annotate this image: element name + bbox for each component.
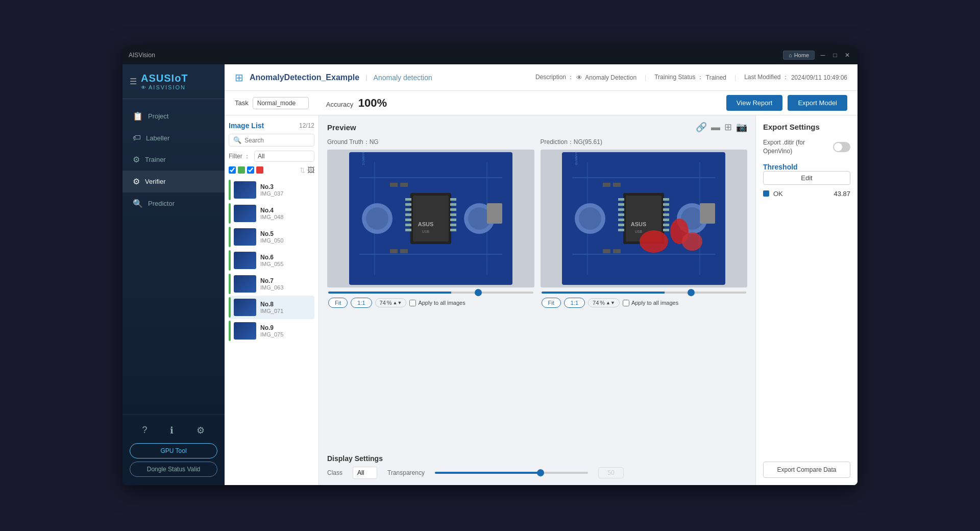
export-compare-button[interactable]: Export Compare Data	[763, 462, 850, 478]
hamburger-icon[interactable]: ☰	[130, 77, 137, 86]
svg-rect-59	[663, 229, 669, 231]
item-name: IMG_075	[260, 331, 312, 337]
right-zoom-unit: %	[600, 300, 605, 306]
search-input[interactable]	[244, 137, 310, 144]
list-item[interactable]: No.5 IMG_050	[229, 225, 314, 249]
task-select[interactable]: Normal_mode	[253, 97, 309, 109]
export-model-button[interactable]: Export Model	[788, 95, 847, 111]
left-zoom-slider[interactable]	[328, 292, 533, 294]
sidebar-item-verifier[interactable]: ⚙ Verifier	[122, 171, 225, 192]
list-item[interactable]: No.8 IMG_071	[229, 296, 314, 319]
svg-rect-15	[405, 213, 411, 216]
close-button[interactable]: ✕	[843, 51, 851, 59]
camera-icon[interactable]: 📷	[736, 122, 747, 133]
class-select[interactable]: All	[353, 467, 377, 479]
list-item[interactable]: No.6 IMG_055	[229, 249, 314, 272]
svg-rect-12	[405, 198, 411, 201]
home-button[interactable]: ⌂ Home	[783, 51, 815, 60]
sidebar-label-verifier: Verifier	[145, 178, 165, 185]
titlebar-title: AISVision	[129, 52, 155, 59]
grid-icon[interactable]: ⊞	[724, 122, 732, 133]
list-item[interactable]: No.4 IMG_048	[229, 202, 314, 225]
sidebar-label-project: Project	[148, 112, 168, 120]
svg-rect-29	[390, 249, 398, 253]
toolbar-task: Task Normal_mode	[235, 97, 309, 109]
item-number: No.3	[260, 183, 312, 190]
export-ditir-toggle[interactable]	[833, 142, 850, 152]
svg-rect-53	[663, 198, 669, 201]
topbar-modified-label: Last Modified ：	[744, 73, 789, 82]
item-name: IMG_050	[260, 237, 312, 244]
topbar-project-title[interactable]: AnomalyDetection_Example	[250, 73, 359, 82]
sidebar-item-labeller[interactable]: 🏷 Labeller	[122, 127, 225, 149]
threshold-edit-button[interactable]: Edit	[763, 171, 850, 185]
left-ratio-button[interactable]: 1:1	[351, 298, 372, 308]
filter-icons: ⇅ 🖼	[229, 166, 314, 174]
item-info: No.8 IMG_071	[260, 301, 312, 314]
home-icon: ⌂	[789, 52, 792, 58]
minimize-button[interactable]: ─	[819, 51, 827, 59]
right-zoom-slider[interactable]	[542, 292, 747, 294]
svg-rect-55	[663, 208, 669, 211]
export-settings-title: Export Settings	[763, 123, 850, 131]
settings-icon[interactable]: ⚙	[197, 425, 205, 436]
right-apply-all-wrap: Apply to all images	[623, 300, 678, 306]
maximize-button[interactable]: □	[831, 51, 839, 59]
topbar-separator: |	[365, 74, 367, 81]
svg-rect-20	[450, 203, 456, 206]
dongle-status-button[interactable]: Dongle Status Valid	[130, 462, 217, 477]
svg-rect-49	[618, 213, 624, 216]
left-apply-all-checkbox[interactable]	[409, 300, 416, 306]
filter-select[interactable]: All	[254, 151, 314, 162]
list-item[interactable]: No.3 IMG_037	[229, 178, 314, 202]
sidebar: ☰ ASUSIoT 👁 AISVISION 📋 Project	[122, 64, 225, 485]
right-apply-all-checkbox[interactable]	[623, 300, 629, 306]
item-indicator	[229, 203, 231, 224]
item-name: IMG_063	[260, 284, 312, 291]
layout-icon[interactable]: ▬	[711, 122, 720, 133]
topbar-training-value: Trained	[706, 74, 726, 81]
right-fit-button[interactable]: Fit	[542, 298, 561, 308]
svg-rect-64	[603, 183, 610, 187]
svg-rect-46	[618, 198, 624, 201]
left-fit-button[interactable]: Fit	[328, 298, 348, 308]
svg-text:ASUS: ASUS	[418, 221, 433, 227]
preview-title: Preview	[327, 123, 356, 132]
svg-rect-60	[700, 203, 715, 224]
info-icon[interactable]: ℹ	[170, 425, 174, 436]
filter-color-ok	[238, 166, 245, 174]
svg-text:USB: USB	[422, 230, 430, 233]
filter-checkbox-ok[interactable]	[229, 166, 236, 174]
image-list-search[interactable]: 🔍	[229, 134, 314, 147]
toolbar: Task Normal_mode Accuracy 100% View Repo…	[225, 91, 857, 115]
list-item[interactable]: No.7 IMG_063	[229, 272, 314, 296]
link-icon[interactable]: 🔗	[696, 122, 707, 133]
export-ditir-label: Export .ditir (for OpenVino)	[763, 138, 833, 156]
topbar-training-status: Training Status ： Trained	[654, 73, 726, 82]
transparency-label: Transparency	[387, 469, 425, 476]
sort-icon[interactable]: ⇅	[300, 166, 305, 174]
help-icon[interactable]: ?	[142, 425, 147, 436]
sidebar-bottom: ? ℹ ⚙ GPU Tool Dongle Status Valid	[122, 414, 225, 485]
item-thumbnail	[234, 205, 256, 222]
image-icon[interactable]: 🖼	[307, 166, 314, 174]
sidebar-item-predictor[interactable]: 🔍 Predictor	[122, 192, 225, 214]
list-item[interactable]: No.9 IMG_075	[229, 319, 314, 343]
sidebar-item-trainer[interactable]: ⚙ Trainer	[122, 149, 225, 171]
svg-rect-28	[400, 183, 408, 187]
gpu-tool-button[interactable]: GPU Tool	[130, 443, 217, 458]
sidebar-label-labeller: Labeller	[146, 134, 169, 142]
item-name: IMG_037	[260, 190, 312, 197]
svg-rect-16	[405, 219, 411, 221]
filter-color-ng	[256, 166, 263, 174]
view-report-button[interactable]: View Report	[726, 95, 783, 111]
item-info: No.3 IMG_037	[260, 183, 312, 197]
left-zoom-arrows[interactable]: ▲▼	[393, 300, 402, 305]
transparency-slider[interactable]	[435, 472, 588, 474]
sidebar-item-project[interactable]: 📋 Project	[122, 105, 225, 127]
filter-checkbox-ng[interactable]	[247, 166, 254, 174]
right-ratio-button[interactable]: 1:1	[564, 298, 585, 308]
right-zoom-arrows[interactable]: ▲▼	[606, 300, 615, 305]
item-indicator	[229, 274, 231, 294]
svg-rect-23	[450, 219, 456, 221]
